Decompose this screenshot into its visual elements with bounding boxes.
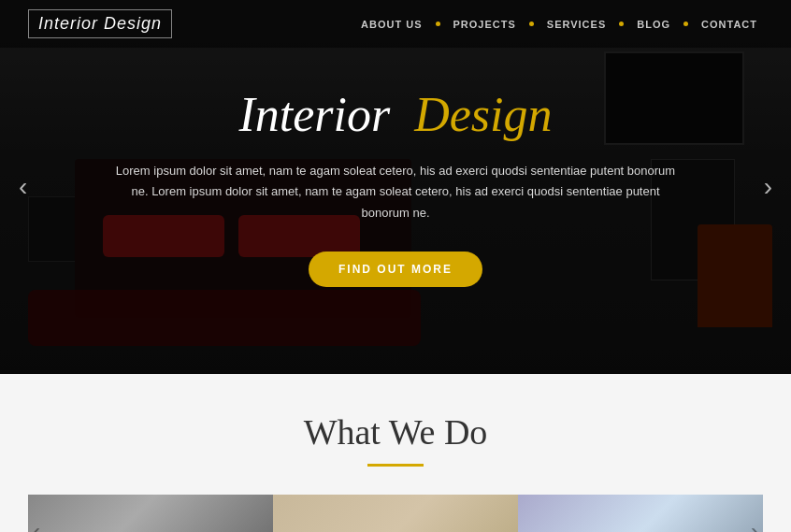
nav-link-about[interactable]: ABOUT US bbox=[355, 15, 427, 34]
card-1: ■ LA PETITE VESTE NOIRE COLLECTION bbox=[28, 495, 273, 532]
nav-item-projects[interactable]: PROJECTS bbox=[448, 15, 522, 34]
logo-text: Interior Design bbox=[28, 9, 172, 38]
hero-next-arrow[interactable]: › bbox=[755, 163, 782, 211]
section-divider bbox=[367, 464, 424, 467]
card-3-bg bbox=[518, 495, 763, 532]
nav-separator-4 bbox=[683, 22, 688, 26]
nav-separator-2 bbox=[529, 22, 534, 26]
card-3: ■ LA PETITE VESTE NOIRE COLLECTION bbox=[518, 495, 763, 532]
cards-prev-arrow[interactable]: ‹ bbox=[32, 517, 40, 532]
card-2: ■ LA PETITE VESTE NOIRE COLLECTION bbox=[273, 495, 518, 532]
logo: Interior Design bbox=[28, 9, 172, 38]
hero-subtitle: Lorem ipsum dolor sit amet, nam te agam … bbox=[115, 161, 676, 223]
nav-item-services[interactable]: SERVICES bbox=[541, 15, 611, 34]
logo-label: Interior Design bbox=[38, 14, 162, 33]
right-arrow-icon: › bbox=[764, 172, 772, 201]
nav-item-about[interactable]: ABOUT US bbox=[355, 15, 427, 34]
nav-separator-3 bbox=[619, 22, 624, 26]
nav-link-projects[interactable]: PROJECTS bbox=[448, 15, 522, 34]
nav-link-services[interactable]: SERVICES bbox=[541, 15, 611, 34]
hero-title-gold: Design bbox=[414, 88, 552, 141]
card-1-bg bbox=[28, 495, 273, 532]
hero-title-white: Interior bbox=[238, 88, 390, 141]
find-out-more-button[interactable]: FIND OUT MORE bbox=[309, 252, 482, 287]
hero-content: Interior Design Lorem ipsum dolor sit am… bbox=[0, 0, 791, 374]
nav-item-blog[interactable]: BLOG bbox=[631, 15, 676, 34]
nav-link-blog[interactable]: BLOG bbox=[631, 15, 676, 34]
cards-next-arrow[interactable]: › bbox=[751, 517, 759, 532]
hero-title: Interior Design bbox=[238, 87, 552, 142]
nav-item-contact[interactable]: CONTACT bbox=[696, 15, 763, 34]
nav-links: ABOUT US PROJECTS SERVICES BLOG CONTACT bbox=[355, 15, 763, 34]
section-title: What We Do bbox=[28, 411, 763, 453]
left-arrow-icon: ‹ bbox=[19, 172, 27, 201]
cards-row: ‹ ■ LA PETITE VESTE NOIRE COLLECTION ■ L… bbox=[28, 495, 763, 532]
card-2-bg bbox=[273, 495, 518, 532]
hero-section: Interior Design ABOUT US PROJECTS SERVIC… bbox=[0, 0, 791, 374]
main-nav: Interior Design ABOUT US PROJECTS SERVIC… bbox=[0, 0, 791, 48]
nav-separator-1 bbox=[436, 22, 440, 26]
hero-prev-arrow[interactable]: ‹ bbox=[9, 163, 36, 211]
what-we-do-section: What We Do ‹ ■ LA PETITE VESTE NOIRE COL… bbox=[0, 374, 791, 532]
nav-link-contact[interactable]: CONTACT bbox=[696, 15, 763, 34]
